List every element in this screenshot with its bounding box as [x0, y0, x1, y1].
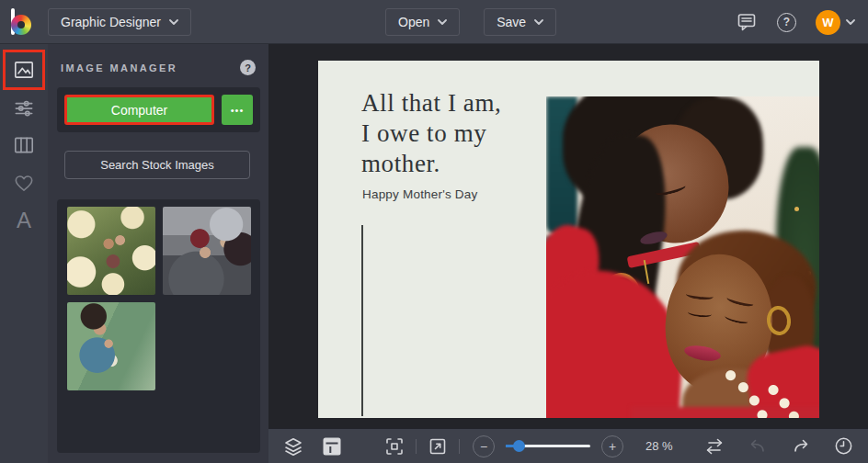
thumbnail-mother-child-roses[interactable] — [67, 207, 155, 295]
headline-line-1: All that I am, — [361, 88, 501, 119]
open-label: Open — [398, 15, 429, 29]
preview-fullscreen-button[interactable] — [428, 436, 448, 457]
thumbnail-mother-child-stream[interactable] — [67, 302, 155, 390]
subtitle-text-layer[interactable]: Happy Mother's Day — [362, 187, 477, 201]
vertical-line-layer[interactable] — [361, 225, 363, 416]
favorites-heart-icon — [12, 171, 36, 195]
compare-toggle-button[interactable] — [703, 435, 725, 457]
thumbnail-mother-child-winter[interactable] — [163, 207, 251, 295]
tool-sidebar: A — [0, 44, 48, 463]
zoom-in-button[interactable]: + — [601, 435, 623, 457]
layers-button[interactable] — [282, 435, 304, 457]
canvas-settings-button[interactable] — [322, 436, 342, 457]
chevron-down-icon — [534, 19, 543, 25]
app-mode-label: Graphic Designer — [61, 15, 161, 29]
zoom-slider-handle[interactable] — [513, 440, 525, 452]
upload-button-row: Computer ••• — [57, 87, 260, 132]
history-tools-group — [703, 435, 854, 457]
adjustments-icon — [12, 96, 36, 119]
help-icon[interactable]: ? — [777, 13, 796, 32]
chevron-down-icon — [438, 19, 447, 25]
feedback-chat-icon[interactable] — [736, 11, 758, 33]
account-menu[interactable]: W — [816, 10, 855, 35]
sidebar-item-layouts[interactable] — [0, 127, 48, 164]
headline-line-3: mother. — [361, 149, 501, 179]
sidebar-item-adjustments[interactable] — [0, 89, 48, 126]
topbar-right-group: ? W — [736, 0, 855, 44]
headline-text-layer[interactable]: All that I am, I owe to my mother. — [361, 88, 501, 179]
sidebar-item-text[interactable]: A — [0, 202, 48, 239]
image-manager-icon — [12, 58, 36, 82]
redo-button[interactable] — [790, 435, 812, 457]
avatar[interactable]: W — [816, 10, 840, 35]
zoom-level-value: 28 % — [645, 439, 673, 453]
computer-upload-button[interactable]: Computer — [64, 95, 214, 125]
photo-layer-mother-daughter[interactable] — [546, 96, 819, 418]
save-label: Save — [497, 15, 526, 29]
open-button[interactable]: Open — [385, 8, 460, 36]
photo-pearl-necklace — [723, 367, 802, 418]
zoom-out-button[interactable]: − — [473, 435, 495, 457]
headline-line-2: I owe to my — [361, 119, 501, 149]
fit-to-screen-button[interactable] — [384, 436, 405, 457]
chevron-down-icon — [846, 19, 855, 25]
app-mode-dropdown[interactable]: Graphic Designer — [48, 8, 191, 36]
photo-daughter-red-top — [546, 267, 687, 418]
photo-light-dot — [794, 207, 799, 211]
sidebar-item-image-manager[interactable] — [0, 51, 48, 88]
more-sources-button[interactable]: ••• — [222, 95, 253, 125]
undo-button[interactable] — [747, 435, 769, 457]
befunky-logo-icon[interactable] — [7, 6, 37, 38]
toolbar-divider — [459, 439, 460, 454]
panel-header: IMAGE MANAGER ? — [48, 44, 268, 87]
chevron-down-icon — [169, 19, 178, 25]
toolbar-divider — [416, 439, 417, 454]
text-tool-icon: A — [17, 209, 31, 232]
canvas-toolbar: − + 28 % — [268, 428, 868, 463]
thumbnail-grid — [57, 199, 260, 453]
top-bar: Graphic Designer Open Save ? — [0, 0, 868, 44]
logo-rainbow-circle — [11, 15, 31, 35]
history-clock-button[interactable] — [833, 435, 854, 457]
panel-help-icon[interactable]: ? — [240, 60, 256, 75]
layout-columns-icon — [12, 133, 36, 157]
image-manager-panel: IMAGE MANAGER ? Computer ••• Search Stoc… — [48, 44, 268, 463]
sidebar-item-favorites[interactable] — [0, 164, 48, 201]
save-button[interactable]: Save — [484, 8, 556, 36]
zoom-slider[interactable] — [506, 445, 590, 447]
app-window: Graphic Designer Open Save ? — [0, 0, 868, 463]
topbar-center-group: Open Save — [385, 8, 556, 36]
design-canvas-area[interactable]: All that I am, I owe to my mother. Happy… — [268, 44, 868, 428]
design-card[interactable]: All that I am, I owe to my mother. Happy… — [318, 61, 819, 418]
panel-title: IMAGE MANAGER — [61, 62, 177, 73]
search-stock-images-button[interactable]: Search Stock Images — [64, 151, 250, 179]
